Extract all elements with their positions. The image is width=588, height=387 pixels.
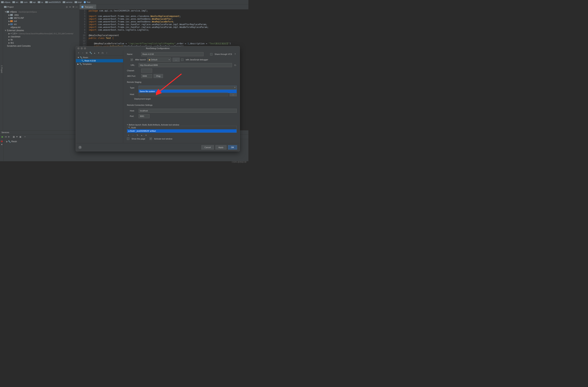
panel-title[interactable]: Project (7, 6, 65, 8)
remove-icon[interactable]: − (131, 133, 135, 137)
remote-staging-header: Remote Staging (127, 81, 237, 83)
tree-node[interactable]: Resin (83, 56, 88, 59)
ping-button[interactable]: Ping (154, 74, 163, 78)
crumb[interactable]: src (16, 1, 19, 3)
edit-icon[interactable]: ✎ (136, 133, 139, 137)
crumb[interactable]: impl (78, 1, 82, 3)
panel-title[interactable]: Services (1, 131, 9, 133)
type-select[interactable]: ▾ (139, 86, 237, 90)
after-launch-label: After launch (135, 59, 146, 61)
name-label: Name: (127, 53, 140, 55)
crumb[interactable]: com (24, 1, 27, 3)
jsdbg-checkbox[interactable] (181, 59, 184, 61)
close-icon[interactable]: × (93, 6, 94, 8)
project-tool-label[interactable]: 1: Project (1, 65, 3, 73)
up-icon[interactable]: ▴ (140, 133, 143, 137)
crumb[interactable]: e9java (4, 1, 10, 3)
remove-icon[interactable]: − (81, 51, 84, 55)
grid-icon[interactable]: ▦ (12, 135, 15, 138)
folder-icon (75, 1, 77, 3)
folder-icon (45, 1, 48, 3)
browser-select[interactable]: ◉ Default▾ (147, 58, 171, 62)
conn-host-label: Host: (130, 110, 137, 112)
tree-item[interactable]: Resin 4.0.58 (84, 60, 96, 62)
tree-item[interactable]: out (14, 20, 17, 22)
debug-icon[interactable]: 🐞 (0, 140, 3, 142)
project-tree[interactable]: ▼e9java~/work/project/e9java ▶.idea ▶MET… (3, 9, 79, 130)
run-icon[interactable]: ▶ (1, 135, 4, 138)
browse-button[interactable]: ... (172, 58, 180, 62)
stop-icon[interactable]: ■ (1, 143, 2, 146)
folder-icon (30, 1, 32, 3)
before-item[interactable]: Build (131, 127, 136, 129)
help-icon[interactable]: ? (233, 53, 237, 56)
url-input[interactable] (139, 63, 232, 67)
tree-item[interactable]: .idea (14, 14, 19, 16)
crumb[interactable]: Test (87, 1, 90, 3)
editor-tab[interactable]: C Test.java × (80, 4, 97, 9)
share-label: Share through VCS (215, 53, 232, 55)
copy-icon[interactable]: ⧉ (85, 51, 88, 55)
folder-icon (12, 1, 15, 3)
external-libs[interactable]: External Libraries (7, 29, 24, 32)
conn-port-input[interactable] (139, 114, 149, 118)
add-icon[interactable]: + (23, 135, 27, 138)
charset-input[interactable] (141, 68, 152, 73)
staging-host-input[interactable] (139, 92, 228, 96)
wrench-icon[interactable]: 🔧 (89, 51, 92, 55)
name-input[interactable] (141, 52, 204, 56)
sort-icon[interactable]: ↕ (105, 51, 108, 55)
folder-icon (1, 1, 4, 3)
up-icon[interactable]: ▴ (93, 51, 96, 55)
charset-label: Charset: (127, 69, 140, 72)
jmx-input[interactable] (141, 74, 152, 78)
crumb[interactable]: api (33, 1, 36, 3)
ok-button[interactable]: OK (228, 145, 237, 150)
tool-strip[interactable]: 1: Project (0, 4, 3, 130)
add-icon[interactable]: + (127, 133, 130, 137)
lib-item[interactable]: classbean (11, 35, 21, 38)
down-icon[interactable]: ▾ (145, 133, 148, 137)
lib-item[interactable]: lib (11, 39, 13, 41)
cancel-button[interactable]: Cancel (201, 145, 214, 150)
target-icon[interactable]: ◎ (65, 5, 68, 9)
collapse-icon[interactable]: ⇔ (68, 5, 72, 9)
dialog-titlebar[interactable]: Run/Debug Configurations (76, 46, 240, 50)
filter-icon[interactable]: ▼ (15, 135, 19, 138)
conn-host-input[interactable] (139, 109, 237, 113)
tree-icon[interactable]: ⇇ (7, 135, 11, 138)
hide-icon[interactable]: — (75, 5, 78, 9)
scratches[interactable]: Scratches and Consoles (7, 45, 31, 47)
tree-item[interactable]: src (14, 23, 17, 25)
help-button[interactable]: ? (78, 146, 82, 149)
before-launch-list[interactable]: 🔨 Build ◆ Build '_test20200529' artifact (127, 126, 237, 133)
apply-button[interactable]: Apply (215, 145, 227, 150)
min-dot[interactable] (81, 47, 83, 49)
tree-item[interactable]: META-INF (14, 17, 24, 19)
tree-node[interactable]: Templates (83, 63, 92, 65)
config-tree[interactable]: ▼ 🔧 Resin 🔧 Resin 4.0.58 ▶ 🔧 Templates (76, 55, 123, 143)
gear-icon[interactable]: ⚙ (72, 5, 75, 9)
tree-item[interactable]: e9java.iml (11, 26, 21, 29)
project-icon (4, 6, 7, 8)
show-page-checkbox[interactable] (127, 137, 129, 140)
down-icon[interactable]: ▾ (97, 51, 100, 55)
folder-icon[interactable]: 🗀 (233, 64, 237, 67)
jdk-item[interactable]: < 1.8 > (11, 32, 17, 35)
activate-checkbox[interactable] (149, 137, 152, 140)
share-checkbox[interactable] (210, 53, 212, 55)
close-dot[interactable] (77, 47, 80, 49)
lib-item[interactable]: lib1 (11, 42, 14, 44)
add-icon[interactable]: + (77, 51, 80, 55)
crumb[interactable]: cs (41, 1, 43, 3)
tree-icon[interactable]: ⇉ (4, 135, 7, 138)
crumb[interactable]: service (66, 1, 72, 3)
after-launch-checkbox[interactable] (131, 59, 133, 61)
tree-root[interactable]: e9java (10, 11, 17, 13)
before-item[interactable]: Build '_test20200529' artifact (130, 130, 156, 132)
max-dot[interactable] (84, 47, 86, 49)
before-launch-header[interactable]: Before launch: Build, Build Artifacts, A… (129, 124, 179, 126)
layout-icon[interactable]: ▣ (19, 135, 22, 138)
crumb[interactable]: test20200529 (48, 1, 61, 3)
folder-icon[interactable]: 🗀 (101, 51, 104, 55)
